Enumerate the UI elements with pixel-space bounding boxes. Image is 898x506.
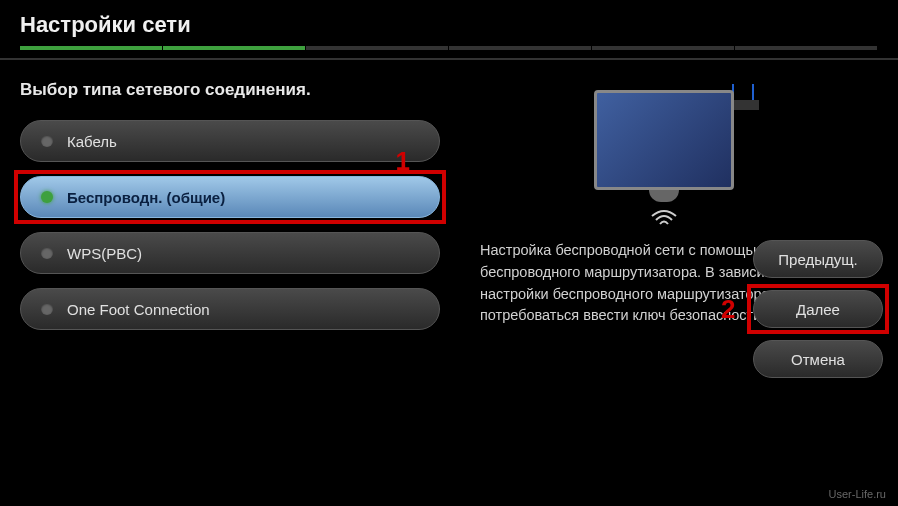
option-wireless[interactable]: Беспроводн. (общие) xyxy=(20,176,440,218)
tv-icon xyxy=(594,90,734,190)
watermark: User-Life.ru xyxy=(829,488,886,500)
wifi-icon xyxy=(649,208,679,228)
page-title: Настройки сети xyxy=(20,12,878,38)
options-panel: Выбор типа сетевого соединения. Кабель 1… xyxy=(20,80,440,330)
radio-indicator-icon xyxy=(41,135,53,147)
next-button[interactable]: Далее xyxy=(753,290,883,328)
connection-illustration xyxy=(574,80,774,220)
option-label: WPS(PBC) xyxy=(67,245,142,262)
option-label: One Foot Connection xyxy=(67,301,210,318)
radio-indicator-icon xyxy=(41,303,53,315)
section-subtitle: Выбор типа сетевого соединения. xyxy=(20,80,440,100)
cancel-button[interactable]: Отмена xyxy=(753,340,883,378)
previous-button[interactable]: Предыдущ. xyxy=(753,240,883,278)
radio-indicator-icon xyxy=(41,247,53,259)
annotation-marker-2: 2 xyxy=(721,294,735,325)
connection-type-list: Кабель 1 Беспроводн. (общие) WPS(PBC) xyxy=(20,120,440,330)
header: Настройки сети xyxy=(0,0,898,60)
option-onefoot[interactable]: One Foot Connection xyxy=(20,288,440,330)
progress-bar xyxy=(20,46,878,50)
option-wps[interactable]: WPS(PBC) xyxy=(20,232,440,274)
option-label: Кабель xyxy=(67,133,117,150)
option-label: Беспроводн. (общие) xyxy=(67,189,225,206)
annotation-marker-1: 1 xyxy=(396,146,410,177)
navigation-buttons: Предыдущ. 2 Далее Отмена xyxy=(753,240,883,378)
option-cable[interactable]: Кабель xyxy=(20,120,440,162)
radio-indicator-icon xyxy=(41,191,53,203)
